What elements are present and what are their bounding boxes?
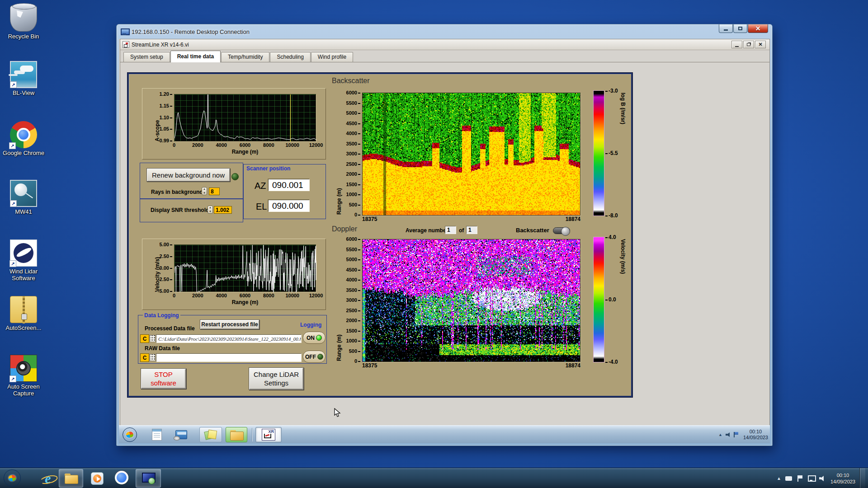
recycle-icon	[10, 5, 37, 32]
taskbar-media-player-button[interactable]	[87, 469, 108, 488]
taskbar-explorer-button[interactable]	[59, 469, 83, 488]
ascope-plot-area[interactable]	[174, 94, 316, 141]
desktop-icon-autoscreen[interactable]: AutoScreen...	[2, 296, 45, 331]
taskbar-rdp-button[interactable]	[136, 469, 161, 488]
az-value: 090.001	[268, 179, 310, 191]
backscatter-heatmap[interactable]	[362, 93, 580, 216]
session-display-settings-button[interactable]	[172, 427, 190, 442]
session-tray: ▲ 00:10 14/09/2023	[718, 426, 768, 443]
ascope-ytick: 1.15	[160, 103, 172, 108]
off-label: OFF	[305, 354, 316, 360]
processed-logging-toggle[interactable]: ON	[303, 332, 326, 344]
session-streamline-app-button[interactable]: XR	[255, 427, 282, 442]
session-date: 14/09/2023	[743, 435, 768, 441]
show-desktop-button[interactable]	[859, 468, 865, 488]
doppler-colorbar	[593, 237, 604, 362]
stop-line1: STOP	[154, 370, 173, 379]
velocity-xtick: 12000	[309, 293, 323, 298]
rays-label: Rays in background	[151, 189, 203, 195]
taskbar-clock[interactable]: 00:10 14/09/2023	[830, 472, 855, 485]
doppler-yticks: 6000550050004500400035003000250020001500…	[343, 236, 360, 364]
backscatter-toggle-label: Backscatter	[516, 227, 549, 234]
tray-chevron-icon[interactable]: ▲	[777, 476, 781, 481]
app-close-button[interactable]: ✕	[755, 41, 766, 48]
tab-temp-humidity[interactable]: Temp/humidity	[221, 52, 269, 62]
renew-background-button[interactable]: Renew background now	[146, 168, 230, 182]
tab-scheduling[interactable]: Scheduling	[270, 52, 310, 62]
session-clock[interactable]: 00:10 14/09/2023	[741, 429, 768, 441]
rdp-titlebar[interactable]: 192.168.0.150 - Remote Desktop Connectio…	[117, 24, 772, 39]
processed-path-browse-icon[interactable]	[150, 335, 156, 342]
raw-logging-toggle[interactable]: OFF	[303, 351, 326, 363]
session-notepad-button[interactable]	[149, 427, 165, 442]
doppler-ytick: 1000	[346, 338, 360, 343]
session-tray-chevron-icon[interactable]: ▲	[718, 432, 722, 437]
raw-path-browse-icon[interactable]	[150, 354, 156, 361]
session-sticky-notes-button[interactable]	[199, 427, 222, 442]
average-total-value[interactable]: 1	[466, 226, 477, 234]
tray-network-icon[interactable]	[808, 475, 815, 482]
session-action-center-icon[interactable]	[734, 432, 738, 437]
tab-wind-profile[interactable]: Wind profile	[311, 52, 353, 62]
taskbar-chrome-button[interactable]	[111, 469, 132, 488]
stop-software-button[interactable]: STOP software	[141, 368, 186, 389]
desktop-icon-google-chrome[interactable]: ↗Google Chrome	[2, 121, 45, 156]
rays-value[interactable]: 8	[209, 188, 220, 195]
app-minimize-button[interactable]	[731, 41, 742, 48]
change-line2: Settings	[264, 379, 288, 387]
session-explorer-button[interactable]	[226, 427, 247, 442]
az-label: AZ	[255, 181, 266, 191]
doppler-ytick: 5000	[346, 257, 360, 262]
close-button[interactable]: ✕	[748, 24, 768, 33]
doppler-ytick: 4500	[346, 267, 360, 272]
app-restore-button[interactable]	[743, 41, 754, 48]
snr-value[interactable]: 1.002	[214, 206, 232, 214]
display-settings-icon	[175, 430, 187, 439]
doppler-ytick: 6000	[346, 236, 360, 242]
session-start-button[interactable]	[123, 427, 137, 442]
change-lidar-settings-button[interactable]: Change LiDAR Settings	[249, 367, 304, 390]
tray-keyboard-icon[interactable]	[785, 475, 793, 482]
snr-spinner[interactable]: ▲▼	[208, 206, 213, 214]
tray-action-center-icon[interactable]	[797, 475, 804, 482]
average-number-value[interactable]: 1	[445, 226, 456, 234]
velocity-xticks: 020004000600080001000012000	[174, 293, 316, 299]
of-label: of	[459, 227, 464, 234]
start-button[interactable]	[4, 469, 21, 487]
doppler-heatmap[interactable]	[362, 239, 580, 362]
tab-real-time-data[interactable]: Real time data	[170, 51, 221, 62]
minimize-button[interactable]	[719, 24, 733, 33]
backscatter-ytick: 2500	[346, 161, 360, 167]
app-titlebar[interactable]: StreamLine XR v14-6.vi ✕	[120, 39, 769, 50]
desktop-icon-auto-screen-capture[interactable]: ↗Auto Screen Capture	[2, 355, 45, 397]
velocity-plot-area[interactable]	[174, 244, 316, 292]
raw-path-type-button[interactable]: C	[140, 353, 149, 362]
tray-volume-icon[interactable]	[819, 475, 826, 482]
desktop-icon-wind-lidar-software[interactable]: ↗Wind Lidar Software	[2, 239, 45, 282]
shortcut-arrow-icon: ↗	[10, 200, 17, 207]
shortcut-arrow-icon: ↗	[9, 375, 16, 382]
backscatter-ytick: 3500	[346, 141, 360, 146]
backscatter-toggle[interactable]	[553, 227, 570, 234]
raw-path-input[interactable]	[156, 353, 302, 362]
desktop-icon-label: AutoScreen...	[6, 324, 42, 331]
remote-desktop-icon	[121, 28, 129, 35]
desktop-icon-bl-view[interactable]: ↗BL-View	[2, 61, 45, 96]
desktop-icon-area: Recycle Bin↗BL-View↗Google Chrome↗MW41↗W…	[2, 0, 47, 452]
session-volume-icon[interactable]	[726, 432, 731, 437]
desktop-icon-mw41[interactable]: ↗MW41	[2, 180, 45, 215]
velocity-xtick: 2000	[192, 293, 203, 298]
processed-path-type-button[interactable]: C	[140, 334, 149, 343]
desktop-icon-recycle-bin[interactable]: Recycle Bin	[2, 5, 45, 40]
taskbar-ie-button[interactable]: e	[38, 469, 58, 488]
doppler-ytick: 1500	[346, 328, 360, 333]
average-number-label: Average number	[406, 227, 448, 234]
tab-system-setup[interactable]: System setup	[123, 52, 170, 62]
app-content: A-scope 1.201.151.101.050.99 02000400060…	[120, 63, 769, 425]
maximize-button[interactable]	[733, 24, 747, 33]
processed-path-input[interactable]: C:\Lidar\Data\Proc\2023\202309\20230914\…	[156, 334, 302, 343]
scanner-position-title: Scanner position	[246, 165, 290, 172]
velocity-xlabel: Range (m)	[174, 299, 316, 305]
restart-processed-file-button[interactable]: Restart processed file	[200, 319, 259, 329]
rays-spinner[interactable]: ▲▼	[202, 187, 207, 195]
